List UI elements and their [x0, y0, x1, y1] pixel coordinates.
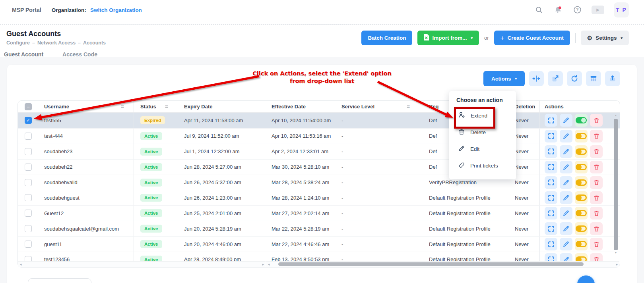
enable-toggle[interactable] [575, 191, 588, 204]
svg-text:?: ? [576, 7, 578, 12]
delete-row-button[interactable] [590, 238, 603, 250]
edit-row-button[interactable] [560, 130, 572, 142]
expand-row-button[interactable] [545, 130, 557, 142]
table-row: Guest12ActiveJun 25, 2024 2:01:00 amMar … [18, 205, 620, 221]
cell-expiry-date: Jun 26, 2024 1:23:00 am [179, 190, 267, 205]
scroll-left-icon[interactable]: ◂ [268, 262, 270, 266]
cell-service-level: - [338, 175, 422, 190]
scroll-right-icon[interactable]: ▸ [262, 262, 264, 266]
delete-row-button[interactable] [590, 222, 603, 235]
expand-row-button[interactable] [545, 222, 557, 235]
page-size-select[interactable] [28, 278, 91, 283]
cell-username: guest11 [39, 237, 134, 252]
expand-row-button[interactable] [545, 145, 557, 158]
expand-row-button[interactable] [545, 207, 557, 219]
enable-toggle[interactable] [575, 145, 588, 158]
column-menu-icon[interactable]: ≡ [121, 104, 124, 110]
actions-dropdown-button[interactable]: Actions▾ [483, 71, 525, 86]
breadcrumb: Configure–Network Access–Accounts [6, 40, 106, 46]
row-checkbox[interactable] [25, 210, 32, 217]
edit-row-button[interactable] [560, 176, 572, 189]
cell-effective-date: Mar 28, 2024 1:24:10 am [267, 190, 338, 205]
edit-row-button[interactable] [560, 161, 572, 173]
settings-button[interactable]: ⚙ Settings▾ [581, 31, 629, 45]
cell-username: soudabeh22 [39, 160, 134, 175]
edit-row-button[interactable] [560, 238, 572, 250]
scroll-left-icon[interactable]: ◂ [20, 262, 22, 266]
create-guest-account-button[interactable]: + Create Guest Account [494, 31, 570, 45]
search-icon[interactable] [534, 5, 544, 15]
row-checkbox[interactable] [25, 225, 32, 232]
delete-row-button[interactable] [590, 161, 603, 173]
expand-row-button[interactable] [545, 161, 557, 173]
expand-row-button[interactable] [545, 238, 557, 250]
enable-toggle[interactable] [575, 130, 588, 142]
open-fullscreen-icon[interactable] [548, 71, 563, 86]
chevron-down-icon: ▾ [621, 36, 623, 40]
scroll-down-icon[interactable]: ▾ [615, 251, 617, 255]
delete-row-button[interactable] [590, 207, 603, 219]
vertical-scrollbar[interactable]: ▴ ▾ [613, 114, 618, 261]
cell-username: soudabeh23 [39, 144, 134, 159]
delete-row-button[interactable] [590, 130, 603, 142]
row-checkbox[interactable] [25, 179, 32, 186]
page-header: Guest Accounts Configure–Network Access–… [0, 25, 644, 46]
table-row: soudabehguestActiveJun 26, 2024 1:23:00 … [18, 190, 620, 205]
enable-toggle[interactable] [575, 161, 588, 173]
edit-row-button[interactable] [560, 114, 572, 127]
status-badge: Active [140, 240, 162, 248]
expand-row-button[interactable] [545, 176, 557, 189]
row-checkbox[interactable] [25, 194, 32, 201]
menu-item-delete[interactable]: Delete [449, 124, 516, 141]
notifications-bell-icon[interactable] [553, 5, 563, 15]
enable-toggle[interactable] [575, 207, 588, 219]
guest-accounts-card: Actions▾ – Username≡ Status≡ [7, 65, 637, 283]
enable-toggle[interactable] [575, 176, 588, 189]
help-icon[interactable]: ? [572, 5, 582, 15]
collapse-columns-icon[interactable] [529, 71, 544, 86]
edit-row-button[interactable] [560, 191, 572, 204]
cell-service-level: - [338, 190, 422, 205]
select-all-checkbox[interactable]: – [25, 103, 32, 110]
import-from-button[interactable]: Import from...▾ [417, 31, 479, 45]
menu-item-extend[interactable]: Extend [449, 107, 516, 124]
refresh-icon[interactable] [567, 71, 582, 86]
export-upload-icon[interactable] [605, 71, 620, 86]
scroll-right-icon[interactable]: ▸ [616, 262, 618, 266]
row-checkbox[interactable]: ✓ [25, 117, 32, 124]
row-checkbox[interactable] [25, 164, 32, 171]
row-checkbox[interactable] [25, 148, 32, 155]
batch-creation-button[interactable]: Batch Creation [361, 31, 412, 45]
menu-item-edit[interactable]: Edit [449, 141, 516, 157]
row-checkbox[interactable] [25, 133, 32, 140]
menu-item-print-tickets[interactable]: Print tickets [449, 157, 516, 174]
horizontal-scrollbar-right[interactable]: ◂ ▸ [266, 261, 619, 267]
cell-effective-date: Mar 28, 2024 5:38:24 am [267, 175, 338, 190]
column-menu-icon[interactable]: ≡ [165, 104, 168, 110]
expand-row-button[interactable] [545, 191, 557, 204]
horizontal-scrollbar-left[interactable]: ◂ ▸ [18, 261, 266, 267]
delete-row-button[interactable] [590, 176, 603, 189]
row-checkbox[interactable] [25, 241, 32, 248]
enable-toggle[interactable] [575, 238, 588, 250]
delete-row-button[interactable] [590, 191, 603, 204]
edit-row-button[interactable] [560, 207, 572, 219]
table-header-row: – Username≡ Status≡ Expiry Date Effectiv… [18, 101, 620, 113]
columns-icon[interactable] [586, 71, 601, 86]
walkthrough-play-icon[interactable]: ▶ [592, 6, 604, 14]
enable-toggle[interactable] [575, 114, 588, 127]
edit-row-button[interactable] [560, 145, 572, 158]
edit-row-button[interactable] [560, 222, 572, 235]
scrollbar-thumb[interactable] [278, 262, 584, 266]
expand-row-button[interactable] [545, 114, 557, 127]
scroll-up-icon[interactable]: ▴ [615, 114, 617, 117]
enable-toggle[interactable] [575, 222, 588, 235]
app-brand: MSP Portal [12, 7, 41, 13]
switch-organization-link[interactable]: Switch Organization [90, 7, 142, 13]
scrollbar-thumb[interactable] [614, 119, 618, 250]
delete-row-button[interactable] [590, 145, 603, 158]
user-avatar[interactable]: T P [614, 2, 629, 17]
column-menu-icon[interactable]: ≡ [407, 104, 410, 110]
cell-effective-date: Apr 2, 2024 12:33:01 am [267, 144, 338, 159]
delete-row-button[interactable] [590, 114, 603, 127]
